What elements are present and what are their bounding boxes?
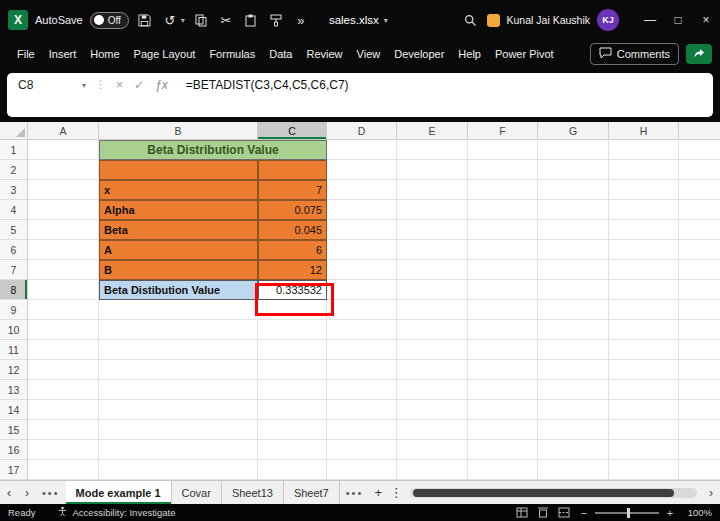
cell-F8[interactable]	[468, 280, 538, 300]
ribbon-tab-data[interactable]: Data	[262, 44, 299, 64]
row-header-3[interactable]: 3	[0, 180, 28, 200]
zoom-slider-knob[interactable]	[627, 508, 630, 518]
cell-F3[interactable]	[468, 180, 538, 200]
ribbon-tab-formulas[interactable]: Formulas	[202, 44, 262, 64]
cell-G10[interactable]	[538, 320, 609, 340]
cell-G1[interactable]	[538, 140, 609, 160]
row-header-16[interactable]: 16	[0, 440, 28, 460]
cell-D5[interactable]	[327, 220, 397, 240]
new-sheet-button[interactable]: +	[369, 485, 387, 500]
cell-A6[interactable]	[28, 240, 99, 260]
cell-D15[interactable]	[327, 420, 397, 440]
name-box[interactable]: C8 ▾	[7, 73, 93, 92]
cell-F13[interactable]	[468, 380, 538, 400]
cell-B11[interactable]	[99, 340, 258, 360]
cell-F12[interactable]	[468, 360, 538, 380]
cell-C7[interactable]: 12	[258, 260, 327, 280]
cell-D10[interactable]	[327, 320, 397, 340]
cut-icon[interactable]: ✂	[217, 9, 235, 31]
cell-B8[interactable]: Beta Distibution Value	[99, 280, 258, 300]
cell-H3[interactable]	[609, 180, 679, 200]
cell-B17[interactable]	[99, 460, 258, 480]
cell-G3[interactable]	[538, 180, 609, 200]
cell-F6[interactable]	[468, 240, 538, 260]
cell-F7[interactable]	[468, 260, 538, 280]
cell-A2[interactable]	[28, 160, 99, 180]
excel-logo-icon[interactable]: X	[8, 10, 28, 30]
cell-F17[interactable]	[468, 460, 538, 480]
cell-F10[interactable]	[468, 320, 538, 340]
cell-E5[interactable]	[397, 220, 468, 240]
sheet-menu-icon[interactable]: ⋮	[387, 485, 405, 500]
next-sheet-arrow-icon[interactable]: ›	[18, 486, 36, 500]
cell-G8[interactable]	[538, 280, 609, 300]
select-all-corner[interactable]	[0, 122, 28, 140]
zoom-slider[interactable]	[595, 512, 659, 514]
cell-E9[interactable]	[397, 300, 468, 320]
cell-C2[interactable]	[258, 160, 327, 180]
row-header-1[interactable]: 1	[0, 140, 28, 160]
scrollbar-thumb[interactable]	[413, 489, 674, 497]
cell-H17[interactable]	[609, 460, 679, 480]
cell-H16[interactable]	[609, 440, 679, 460]
cell-A11[interactable]	[28, 340, 99, 360]
cell-C8[interactable]: 0.333532	[258, 280, 327, 300]
zoom-in-button[interactable]: +	[665, 507, 675, 519]
row-header-7[interactable]: 7	[0, 260, 28, 280]
workbook-title[interactable]: sales.xlsx ▾	[329, 14, 388, 26]
zoom-level[interactable]: 100%	[684, 507, 712, 518]
cell-B3[interactable]: x	[99, 180, 258, 200]
save-icon[interactable]	[136, 9, 154, 31]
row-header-15[interactable]: 15	[0, 420, 28, 440]
cell-B6[interactable]: A	[99, 240, 258, 260]
cell-F1[interactable]	[468, 140, 538, 160]
formula-bar-grip-icon[interactable]: ⋮	[93, 73, 108, 91]
cell-A9[interactable]	[28, 300, 99, 320]
cell-H7[interactable]	[609, 260, 679, 280]
cell-B5[interactable]: Beta	[99, 220, 258, 240]
cell-D4[interactable]	[327, 200, 397, 220]
cell-B4[interactable]: Alpha	[99, 200, 258, 220]
cell-D2[interactable]	[327, 160, 397, 180]
cell-C13[interactable]	[258, 380, 327, 400]
cell-H12[interactable]	[609, 360, 679, 380]
cell-E17[interactable]	[397, 460, 468, 480]
cell-F5[interactable]	[468, 220, 538, 240]
row-header-10[interactable]: 10	[0, 320, 28, 340]
cell-G16[interactable]	[538, 440, 609, 460]
enter-icon[interactable]: ✓	[134, 78, 144, 92]
cell-A3[interactable]	[28, 180, 99, 200]
accessibility-status[interactable]: Accessibility: Investigate	[57, 506, 175, 519]
cell-G7[interactable]	[538, 260, 609, 280]
column-header-H[interactable]: H	[609, 122, 679, 140]
format-painter-icon[interactable]	[267, 9, 285, 31]
cell-D17[interactable]	[327, 460, 397, 480]
user-name[interactable]: Kunal Jai Kaushik	[507, 14, 590, 26]
row-header-2[interactable]: 2	[0, 160, 28, 180]
column-header-A[interactable]: A	[28, 122, 99, 140]
cell-E7[interactable]	[397, 260, 468, 280]
row-header-4[interactable]: 4	[0, 200, 28, 220]
sheet-tab-sheet7[interactable]: Sheet7	[284, 481, 340, 504]
cell-H8[interactable]	[609, 280, 679, 300]
cell-E2[interactable]	[397, 160, 468, 180]
cell-A14[interactable]	[28, 400, 99, 420]
ribbon-tab-file[interactable]: File	[10, 44, 42, 64]
cell-A4[interactable]	[28, 200, 99, 220]
page-break-view-icon[interactable]	[558, 507, 570, 518]
cell-C5[interactable]: 0.045	[258, 220, 327, 240]
cell-E12[interactable]	[397, 360, 468, 380]
cell-B1[interactable]: Beta Distribution Value	[99, 140, 327, 160]
cell-D1[interactable]	[327, 140, 397, 160]
ribbon-tab-view[interactable]: View	[350, 44, 388, 64]
scroll-right-arrow-icon[interactable]: ›	[702, 486, 720, 500]
cell-E6[interactable]	[397, 240, 468, 260]
row-header-11[interactable]: 11	[0, 340, 28, 360]
cell-D6[interactable]	[327, 240, 397, 260]
cell-G9[interactable]	[538, 300, 609, 320]
notification-icon[interactable]	[487, 14, 500, 27]
cell-C9[interactable]	[258, 300, 327, 320]
cell-H15[interactable]	[609, 420, 679, 440]
close-button[interactable]: ×	[692, 0, 720, 40]
cell-G12[interactable]	[538, 360, 609, 380]
